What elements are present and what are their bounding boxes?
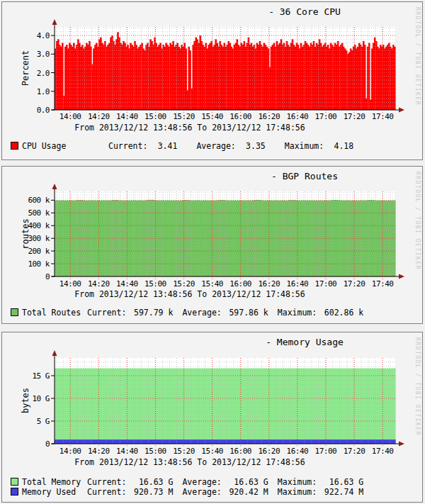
stat-value: 922.74 M	[317, 487, 363, 497]
y-tick-label: 3.0	[2, 50, 50, 59]
y-tick-label: 400 k	[2, 221, 50, 230]
y-tick-label: 500 k	[2, 208, 50, 218]
legend-series-label: Total Routes	[22, 308, 87, 318]
stat-name: Average:	[182, 487, 221, 497]
legend-swatch	[11, 478, 18, 486]
stat-name: Current:	[87, 487, 126, 497]
legend-row: CPU UsageCurrent:3.41Average:3.35Maximum…	[11, 141, 415, 150]
x-tick-label: 16:20	[254, 112, 285, 121]
x-tick-label: 16:40	[282, 112, 313, 121]
stat-name: Average:	[182, 308, 221, 318]
x-tick-label: 17:20	[339, 447, 370, 456]
x-tick-label: 16:40	[282, 447, 313, 456]
x-tick-label: 15:20	[169, 112, 200, 121]
y-tick-label: 200 k	[2, 247, 50, 256]
x-tick-label: 15:00	[140, 112, 171, 121]
stat-name: Maximum:	[278, 487, 317, 497]
time-range-caption: From 2013/12/12 13:48:56 To 2013/12/12 1…	[2, 289, 378, 299]
x-tick-label: 15:40	[197, 112, 228, 121]
x-tick-label: 14:40	[111, 112, 142, 121]
x-tick-label: 15:00	[140, 279, 171, 289]
stat-name: Maximum:	[285, 141, 324, 151]
stat-value: 920.42 M	[222, 487, 268, 497]
stat-name: Current:	[108, 141, 147, 151]
x-tick-label: 15:40	[197, 279, 228, 289]
y-tick-label: 100 k	[2, 259, 50, 269]
x-tick-label: 17:20	[339, 112, 370, 121]
x-tick-label: 14:00	[55, 112, 86, 121]
time-range-caption: From 2013/12/12 13:48:56 To 2013/12/12 1…	[2, 457, 378, 467]
x-tick-label: 17:00	[310, 279, 341, 289]
time-range-caption: From 2013/12/12 13:48:56 To 2013/12/12 1…	[2, 123, 378, 133]
x-tick-label: 16:20	[254, 279, 285, 289]
legend-series-label: Total Memory	[22, 477, 87, 487]
legend: Total MemoryCurrent:16.63 GAverage:16.63…	[11, 477, 415, 497]
y-tick-label: 5 G	[2, 417, 50, 426]
stat-value: 3.35	[236, 141, 266, 151]
y-tick-label: 2.0	[2, 69, 50, 78]
x-tick-label: 14:00	[55, 447, 86, 456]
x-tick-label: 15:20	[169, 447, 200, 456]
stat-value: 4.18	[324, 141, 353, 151]
rrdtool-watermark: RRDTOOL / TOBI OETIKER	[414, 172, 421, 270]
y-tick-label: 600 k	[2, 196, 50, 205]
memory-usage-graph-panel: - Memory Usage bytes 05 G10 G15 G14:0014…	[1, 332, 423, 503]
stat-value: 920.73 M	[126, 487, 173, 497]
legend-row: Memory UsedCurrent:920.73 MAverage:920.4…	[11, 487, 415, 496]
x-tick-label: 14:20	[83, 112, 114, 121]
x-tick-label: 14:40	[111, 447, 142, 456]
legend-row: Total MemoryCurrent:16.63 GAverage:16.63…	[11, 477, 415, 486]
x-tick-label: 15:40	[197, 447, 228, 456]
y-tick-label: 0.0	[2, 106, 50, 115]
legend-swatch	[11, 308, 18, 316]
stat-value: 3.41	[147, 141, 177, 151]
bgp-routes-graph-panel: - BGP Routes routes 0100 k200 k300 k400 …	[1, 166, 423, 324]
legend: CPU UsageCurrent:3.41Average:3.35Maximum…	[11, 141, 415, 151]
y-tick-label: 0	[2, 439, 50, 449]
x-tick-label: 16:00	[225, 112, 256, 121]
y-tick-label: 10 G	[2, 394, 50, 403]
stat-value: 16.63 G	[317, 477, 363, 487]
x-tick-label: 14:40	[111, 279, 142, 289]
stat-name: Average:	[182, 477, 221, 487]
legend-swatch	[11, 142, 18, 150]
legend-series-label: CPU Usage	[22, 141, 108, 151]
x-tick-label: 17:40	[367, 112, 398, 121]
x-tick-label: 17:40	[367, 447, 398, 456]
x-tick-label: 16:20	[254, 447, 285, 456]
stat-value: 597.86 k	[222, 308, 268, 318]
y-tick-label: 4.0	[2, 31, 50, 40]
x-tick-label: 15:20	[169, 279, 200, 289]
y-tick-label: 1.0	[2, 87, 50, 96]
legend-swatch	[11, 488, 18, 495]
rrdtool-watermark: RRDTOOL / TOBI OETIKER	[414, 337, 421, 436]
x-tick-label: 15:00	[140, 447, 171, 456]
legend: Total RoutesCurrent:597.79 kAverage:597.…	[11, 308, 415, 318]
cpu-usage-plot	[2, 2, 422, 159]
legend-series-label: Memory Used	[22, 487, 87, 497]
x-tick-label: 17:00	[310, 447, 341, 456]
rrdtool-watermark: RRDTOOL / TOBI OETIKER	[414, 7, 421, 106]
x-tick-label: 14:20	[83, 279, 114, 289]
x-tick-label: 17:40	[367, 279, 398, 289]
x-tick-label: 16:00	[225, 279, 256, 289]
bgp-routes-plot	[2, 167, 422, 323]
legend-row: Total RoutesCurrent:597.79 kAverage:597.…	[11, 308, 415, 317]
stat-value: 602.86 k	[317, 308, 363, 318]
y-tick-label: 15 G	[2, 371, 50, 381]
stat-name: Maximum:	[278, 308, 317, 318]
cpu-usage-graph-panel: - 36 Core CPU Percent 0.01.02.03.04.014:…	[1, 1, 423, 160]
stat-value: 16.63 G	[222, 477, 268, 487]
x-tick-label: 14:00	[55, 279, 86, 289]
stat-value: 16.63 G	[126, 477, 173, 487]
stat-value: 597.79 k	[126, 308, 173, 318]
stat-name: Maximum:	[278, 477, 317, 487]
x-tick-label: 14:20	[83, 447, 114, 456]
stat-name: Average:	[196, 141, 235, 151]
y-tick-label: 300 k	[2, 234, 50, 243]
x-tick-label: 17:00	[310, 112, 341, 121]
x-tick-label: 16:40	[282, 279, 313, 289]
x-tick-label: 16:00	[225, 447, 256, 456]
stat-name: Current:	[87, 477, 126, 487]
x-tick-label: 17:20	[339, 279, 370, 289]
